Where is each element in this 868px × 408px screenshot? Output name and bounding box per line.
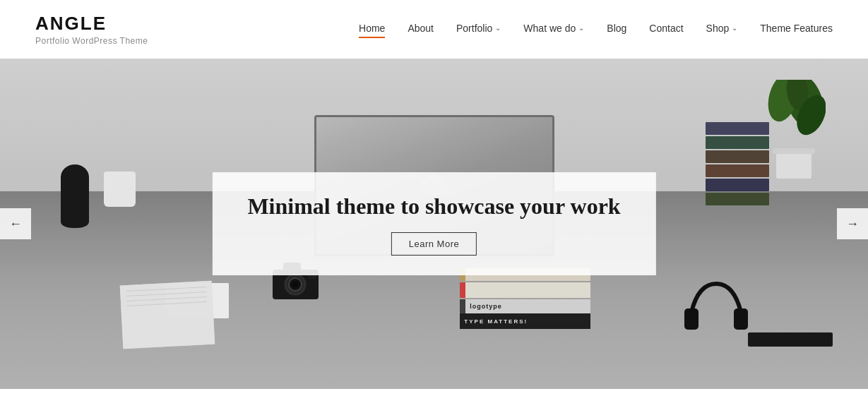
- nav-item-blog[interactable]: Blog: [607, 23, 626, 37]
- logo-title[interactable]: ANGLE: [35, 13, 148, 35]
- nav-item-shop[interactable]: Shop ⌄: [706, 23, 738, 37]
- logo-block: ANGLE Portfolio WordPress Theme: [35, 13, 148, 46]
- hero-learn-more-button[interactable]: Learn More: [391, 232, 477, 256]
- header: ANGLE Portfolio WordPress Theme Home Abo…: [0, 0, 868, 59]
- hero-slider: logotype TYPE MATTERS! iPhone: [0, 59, 868, 389]
- nav-item-whatwedo[interactable]: What we do ⌄: [523, 23, 584, 37]
- hero-headline: Minimal theme to showcase your work: [247, 193, 620, 220]
- whatwedo-dropdown-icon: ⌄: [578, 24, 584, 32]
- slider-next-button[interactable]: →: [837, 208, 868, 239]
- slider-prev-button[interactable]: ←: [0, 208, 31, 239]
- nav-item-themefeatures[interactable]: Theme Features: [760, 23, 833, 37]
- nav-item-portfolio[interactable]: Portfolio ⌄: [456, 23, 501, 37]
- logo-subtitle: Portfolio WordPress Theme: [35, 36, 148, 46]
- nav-item-about[interactable]: About: [408, 23, 434, 37]
- shop-dropdown-icon: ⌄: [732, 24, 737, 32]
- main-nav: Home About Portfolio ⌄ What we do ⌄ Blog…: [359, 23, 833, 37]
- nav-item-contact[interactable]: Contact: [649, 23, 683, 37]
- portfolio-dropdown-icon: ⌄: [495, 24, 501, 32]
- hero-text-box: Minimal theme to showcase your work Lear…: [212, 172, 655, 275]
- nav-item-home[interactable]: Home: [359, 23, 385, 37]
